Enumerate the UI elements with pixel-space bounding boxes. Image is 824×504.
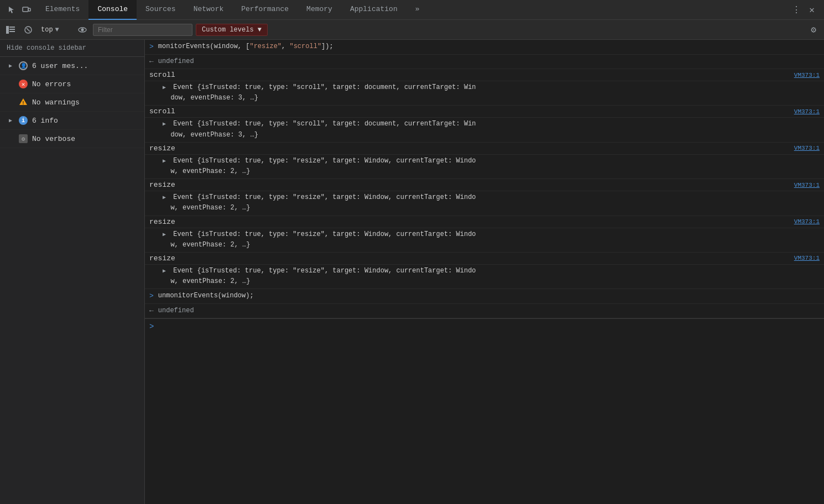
event-scroll-2-source[interactable]: VM373:1: [790, 108, 820, 115]
event-scroll-2-header[interactable]: scroll VM373:1: [145, 106, 824, 118]
event-resize-3-name: resize: [149, 218, 175, 226]
svg-text:!: !: [22, 101, 24, 106]
event-scroll-1: scroll VM373:1 ▶ Event {isTrusted: true,…: [145, 69, 824, 106]
console-sidebar: Hide console sidebar ▶ 👤 6 user mes... ▶…: [0, 40, 145, 504]
event-scroll-2: scroll VM373:1 ▶ Event {isTrusted: true,…: [145, 106, 824, 142]
sidebar-item-info[interactable]: ▶ i 6 info: [0, 112, 144, 130]
svg-rect-0: [23, 7, 28, 12]
console-output-undefined: ← undefined: [145, 55, 824, 70]
event-resize-2-name: resize: [149, 181, 175, 189]
event-resize-2: resize VM373:1 ▶ Event {isTrusted: true,…: [145, 179, 824, 216]
sidebar-item-warnings[interactable]: ▶ ! No warnings: [0, 93, 144, 112]
svg-rect-5: [9, 31, 15, 32]
error-icon: ✕: [19, 80, 28, 88]
device-icon[interactable]: [21, 4, 32, 15]
svg-point-9: [81, 29, 84, 31]
tab-performance[interactable]: Performance: [232, 0, 298, 20]
expand-tri-6-icon[interactable]: ▶: [163, 268, 166, 274]
expand-tri-3-icon[interactable]: ▶: [163, 158, 166, 164]
tab-console[interactable]: Console: [88, 0, 137, 20]
expand-tri-icon[interactable]: ▶: [163, 85, 166, 91]
tab-bar-right: ⋮ ✕: [791, 4, 822, 15]
sidebar-item-errors[interactable]: ▶ ✕ No errors: [0, 75, 144, 93]
close-icon[interactable]: ✕: [806, 4, 817, 15]
undefined-text-2: undefined: [158, 306, 820, 316]
event-resize-2-body: ▶ Event {isTrusted: true, type: "resize"…: [145, 191, 824, 216]
cursor-prompt: >: [149, 322, 154, 331]
sidebar-item-user-messages[interactable]: ▶ 👤 6 user mes...: [0, 57, 144, 75]
event-resize-1-source[interactable]: VM373:1: [790, 145, 820, 151]
clear-console-button[interactable]: [21, 23, 35, 37]
unmonitor-command-text: unmonitorEvents(window);: [158, 291, 820, 301]
svg-rect-3: [9, 27, 15, 28]
cursor-icon[interactable]: [7, 4, 18, 15]
tab-network[interactable]: Network: [185, 0, 233, 20]
tab-application[interactable]: Application: [341, 0, 406, 20]
eye-icon[interactable]: [75, 23, 90, 37]
event-resize-4-body: ▶ Event {isTrusted: true, type: "resize"…: [145, 265, 824, 289]
verbose-icon: ⚙: [19, 134, 28, 143]
tab-memory[interactable]: Memory: [298, 0, 341, 20]
event-resize-1-body: ▶ Event {isTrusted: true, type: "resize"…: [145, 155, 824, 179]
info-icon: i: [19, 116, 28, 125]
svg-line-7: [27, 28, 30, 32]
event-scroll-1-header[interactable]: scroll VM373:1: [145, 69, 824, 81]
toggle-sidebar-button[interactable]: [3, 23, 18, 37]
undefined-text: undefined: [158, 56, 820, 66]
hide-sidebar-button[interactable]: Hide console sidebar: [0, 40, 144, 57]
event-resize-1: resize VM373:1 ▶ Event {isTrusted: true,…: [145, 143, 824, 179]
console-output-undefined-2: ← undefined: [145, 304, 824, 319]
tab-more[interactable]: »: [406, 0, 429, 20]
devtools-icons: [2, 4, 36, 15]
output-arrow: ←: [149, 56, 154, 67]
console-command-text: monitorEvents(window, ["resize", "scroll…: [158, 41, 820, 51]
console-unmonitor-line: > unmonitorEvents(window);: [145, 289, 824, 304]
tab-elements[interactable]: Elements: [36, 0, 88, 20]
svg-rect-4: [9, 29, 15, 30]
expand-tri-5-icon[interactable]: ▶: [163, 232, 166, 238]
settings-icon[interactable]: ⚙: [806, 23, 821, 37]
event-resize-4-name: resize: [149, 254, 175, 262]
sidebar-item-verbose[interactable]: ▶ ⚙ No verbose: [0, 130, 144, 148]
event-resize-3-body: ▶ Event {isTrusted: true, type: "resize"…: [145, 228, 824, 253]
event-resize-3: resize VM373:1 ▶ Event {isTrusted: true,…: [145, 216, 824, 253]
main-content: Hide console sidebar ▶ 👤 6 user mes... ▶…: [0, 40, 824, 504]
user-icon: 👤: [19, 61, 28, 70]
context-selector[interactable]: top ▼: [39, 25, 72, 35]
expand-tri-2-icon[interactable]: ▶: [163, 121, 166, 127]
output-arrow-2: ←: [149, 306, 154, 317]
event-scroll-2-name: scroll: [149, 107, 175, 116]
event-scroll-2-body: ▶ Event {isTrusted: true, type: "scroll"…: [145, 118, 824, 142]
tab-sources[interactable]: Sources: [137, 0, 185, 20]
console-output-area[interactable]: > monitorEvents(window, ["resize", "scro…: [145, 40, 824, 504]
console-input-line: > monitorEvents(window, ["resize", "scro…: [145, 40, 824, 55]
event-scroll-1-body: ▶ Event {isTrusted: true, type: "scroll"…: [145, 81, 824, 106]
input-prompt-2: >: [149, 291, 154, 302]
event-resize-1-header[interactable]: resize VM373:1: [145, 143, 824, 155]
event-resize-1-name: resize: [149, 144, 175, 153]
console-toolbar: top ▼ Custom levels ▼ ⚙: [0, 20, 824, 40]
svg-rect-1: [28, 8, 30, 11]
filter-input[interactable]: [93, 24, 192, 36]
event-resize-4: resize VM373:1 ▶ Event {isTrusted: true,…: [145, 253, 824, 289]
event-resize-3-header[interactable]: resize VM373:1: [145, 216, 824, 228]
console-cursor-line[interactable]: >: [145, 318, 824, 334]
custom-levels-button[interactable]: Custom levels ▼: [196, 24, 268, 36]
event-resize-4-header[interactable]: resize VM373:1: [145, 253, 824, 265]
event-scroll-1-name: scroll: [149, 71, 175, 79]
expand-arrow-info-icon: ▶: [9, 117, 14, 124]
event-resize-4-source[interactable]: VM373:1: [790, 255, 820, 261]
more-options-icon[interactable]: ⋮: [791, 4, 802, 15]
event-scroll-1-source[interactable]: VM373:1: [790, 72, 820, 78]
event-resize-2-header[interactable]: resize VM373:1: [145, 179, 824, 191]
svg-rect-2: [6, 26, 9, 34]
tab-bar: Elements Console Sources Network Perform…: [0, 0, 824, 20]
warning-icon: !: [19, 98, 28, 107]
event-resize-2-source[interactable]: VM373:1: [790, 182, 820, 188]
expand-tri-4-icon[interactable]: ▶: [163, 195, 166, 201]
event-resize-3-source[interactable]: VM373:1: [790, 218, 820, 225]
expand-arrow-icon: ▶: [9, 62, 14, 69]
input-prompt: >: [149, 41, 154, 53]
